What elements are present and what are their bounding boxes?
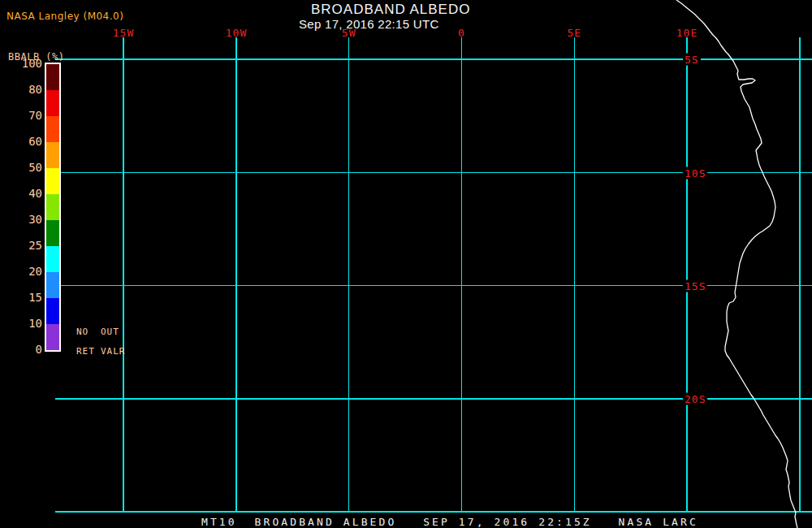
source-label: NASA Langley (M04.0) — [6, 11, 123, 22]
lon-label-5W: 5W — [342, 27, 356, 39]
lat-label-15S: 15S — [683, 279, 707, 292]
colorbar-tick-100: 100 — [0, 57, 42, 70]
page-title: BROADBAND ALBEDO — [311, 2, 470, 18]
colorbar-tick-30: 30 — [0, 213, 42, 226]
colorbar-segment-30-25 — [46, 220, 59, 246]
flag-legend-out: OUT — [101, 327, 119, 337]
colorbar-segment-40-30 — [46, 194, 59, 220]
flag-legend-no: NO — [76, 327, 89, 337]
colorbar-segment-100-80 — [46, 64, 59, 90]
colorbar-tick-10: 10 — [0, 317, 42, 330]
colorbar-tick-50: 50 — [0, 161, 42, 174]
colorbar-segment-50-40 — [46, 168, 59, 194]
colorbar-tick-70: 70 — [0, 109, 42, 122]
flag-legend-ret: RET — [76, 347, 95, 357]
colorbar-segment-10-0 — [46, 324, 59, 350]
colorbar-tick-15: 15 — [0, 291, 42, 304]
coastline-path — [676, 0, 797, 528]
colorbar-tick-60: 60 — [0, 135, 42, 148]
colorbar-segment-60-50 — [46, 142, 59, 168]
colorbar-tick-20: 20 — [0, 265, 42, 278]
lon-label-5E: 5E — [567, 27, 581, 39]
colorbar-tick-80: 80 — [0, 83, 42, 96]
colorbar-segment-20-15 — [46, 272, 59, 298]
colorbar-segment-15-10 — [46, 298, 59, 324]
timestamp-subtitle: Sep 17, 2016 22:15 UTC — [299, 17, 439, 31]
colorbar-segment-80-70 — [46, 90, 59, 116]
colorbar-tick-25: 25 — [0, 239, 42, 252]
map-plot — [0, 0, 812, 528]
lon-label-0: 0 — [458, 27, 465, 39]
albedo-map-viewer: NASA Langley (M04.0) BROADBAND ALBEDO Se… — [0, 0, 812, 528]
footer-caption: MT10 BROADBAND ALBEDO SEP 17, 2016 22:15… — [201, 516, 698, 528]
lat-label-5S: 5S — [683, 54, 701, 66]
colorbar-segment-25-20 — [46, 246, 59, 272]
colorbar — [45, 63, 61, 352]
lon-label-15W: 15W — [113, 27, 134, 39]
colorbar-tick-0: 0 — [0, 343, 42, 356]
colorbar-segment-70-60 — [46, 116, 59, 142]
lat-label-10S: 10S — [683, 167, 707, 179]
flag-legend-valr: VALR — [101, 347, 126, 357]
lon-label-10E: 10E — [676, 27, 698, 39]
lon-label-10W: 10W — [226, 27, 247, 39]
lat-label-20S: 20S — [683, 393, 707, 405]
colorbar-tick-40: 40 — [0, 187, 42, 200]
